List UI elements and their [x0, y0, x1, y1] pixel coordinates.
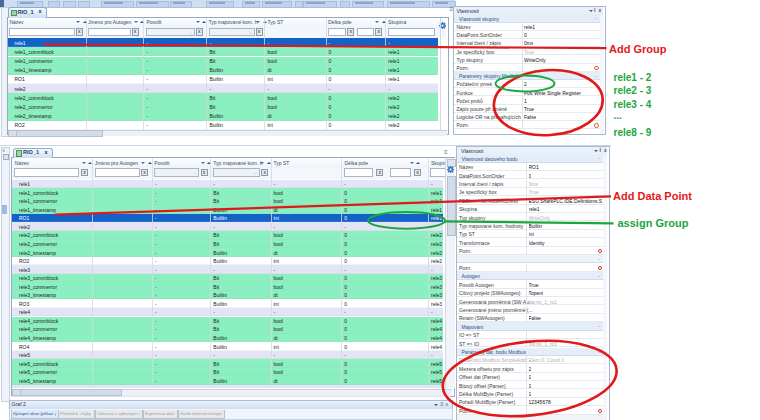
svg-text:rele3 - 4: rele3 - 4: [614, 99, 652, 110]
svg-text:...: ...: [614, 110, 623, 121]
svg-text:rele8 - 9: rele8 - 9: [614, 127, 652, 138]
svg-text:rele2 - 3: rele2 - 3: [614, 85, 652, 96]
svg-text:Add Data Point: Add Data Point: [613, 190, 692, 202]
svg-text:rele1 - 2: rele1 - 2: [614, 72, 652, 83]
svg-text:Add Group: Add Group: [609, 43, 667, 55]
svg-text:assign Group: assign Group: [618, 217, 689, 229]
